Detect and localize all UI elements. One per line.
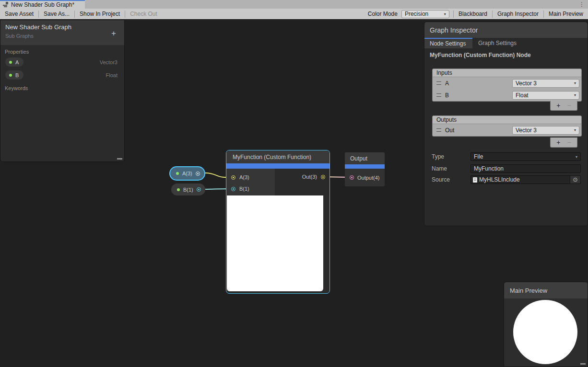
property-color-dot <box>176 172 179 175</box>
property-node-b[interactable]: B(1) <box>171 184 205 195</box>
input-port-a: A(3) <box>231 174 249 180</box>
output-port-row: Output(4) <box>345 169 385 186</box>
property-color-dot <box>177 188 180 191</box>
output-port-out: Out(3) <box>302 174 325 180</box>
port-label: Output(4) <box>357 175 379 181</box>
port-icon[interactable] <box>231 187 235 191</box>
port-label: B(1) <box>239 186 249 192</box>
port-label: Out(3) <box>302 174 317 180</box>
shader-graph-window: New Shader Sub Graph* ⋮ Save Asset Save … <box>0 0 588 367</box>
port-icon[interactable] <box>321 175 325 179</box>
output-node[interactable]: Output Output(4) <box>345 152 385 186</box>
port-label: A(3) <box>239 174 249 180</box>
port-icon[interactable] <box>197 187 201 192</box>
node-ports: A(3) B(1) Out(3) <box>226 169 329 195</box>
property-node-label: B(1) <box>183 187 193 193</box>
property-node-a[interactable]: A(3) <box>169 166 205 181</box>
node-accent-bar <box>226 163 329 169</box>
node-title[interactable]: MyFunction (Custom Function) <box>226 150 329 163</box>
node-preview <box>227 195 323 291</box>
port-icon[interactable] <box>231 175 235 180</box>
custom-function-node[interactable]: MyFunction (Custom Function) A(3) B(1) O… <box>226 150 330 294</box>
input-port-b: B(1) <box>231 186 249 192</box>
port-icon[interactable] <box>196 172 200 176</box>
property-node-label: A(3) <box>182 171 192 176</box>
node-title[interactable]: Output <box>345 152 385 164</box>
node-accent-bar <box>345 164 385 169</box>
port-icon[interactable] <box>350 175 354 180</box>
